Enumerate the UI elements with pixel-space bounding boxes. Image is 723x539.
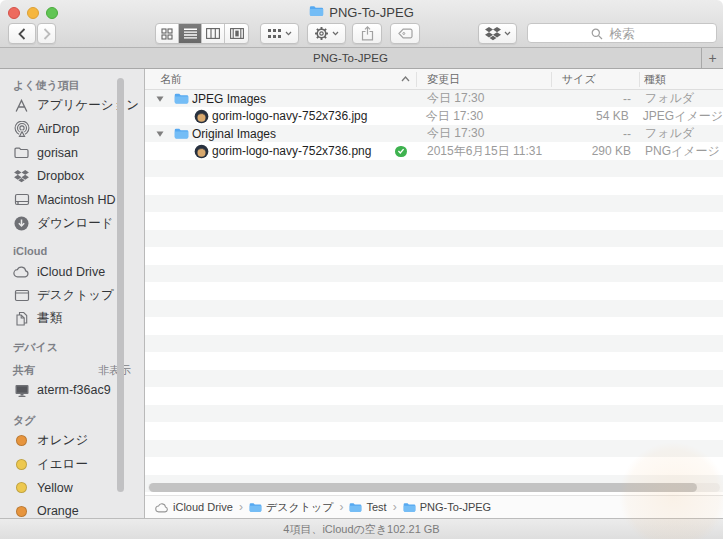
chevron-down-icon <box>285 31 292 36</box>
column-header-kind[interactable]: 種類 <box>644 69 666 90</box>
tag-color-dot <box>16 482 27 493</box>
navigation-buttons <box>8 23 56 44</box>
column-divider[interactable] <box>639 72 640 87</box>
file-kind: JPEGイメージ <box>637 108 723 125</box>
tag-color-dot <box>16 506 27 517</box>
forward-button[interactable] <box>37 23 56 44</box>
icloud-synced-check-icon <box>395 146 407 158</box>
search-field <box>527 23 717 43</box>
dropbox-icon <box>485 27 501 41</box>
disclosure-triangle-icon[interactable] <box>156 95 164 103</box>
tag-color-dot <box>16 459 27 470</box>
sidebar-scrollbar[interactable] <box>117 78 124 492</box>
airdrop-icon <box>13 121 30 138</box>
status-bar: 4項目、iCloudの空き102.21 GB <box>0 518 723 539</box>
plus-icon: + <box>708 50 716 66</box>
image-file-icon <box>194 109 209 124</box>
harddrive-icon <box>13 191 30 208</box>
column-header-name[interactable]: 名前 <box>160 69 182 90</box>
table-row[interactable]: JPEG Images 今日 17:30 -- フォルダ <box>145 90 723 108</box>
file-list: 名前 変更日 サイズ 種類 JPEG Images 今日 17:30 <box>145 69 723 518</box>
display-icon <box>13 382 30 399</box>
folder-icon <box>174 127 189 140</box>
column-view-icon <box>206 28 220 39</box>
horizontal-scrollbar-thumb[interactable] <box>149 483 697 492</box>
window-title: PNG-To-JPEG <box>329 5 414 20</box>
column-view-button[interactable] <box>202 24 225 43</box>
arrange-icon <box>267 28 282 39</box>
folder-icon <box>249 502 262 513</box>
status-text: 4項目、iCloudの空き102.21 GB <box>283 522 439 537</box>
list-view-icon <box>184 28 197 39</box>
file-size: -- <box>551 127 639 141</box>
chevron-left-icon <box>18 28 26 40</box>
file-name: gorim-logo-navy-752x736.jpg <box>212 109 367 123</box>
back-button[interactable] <box>8 23 36 44</box>
table-row[interactable]: gorim-logo-navy-752x736.jpg 今日 17:30 54 … <box>145 108 723 126</box>
gear-icon <box>314 26 329 41</box>
window-title-area: PNG-To-JPEG <box>0 4 723 20</box>
tab-png-to-jpeg[interactable]: PNG-To-JPEG <box>0 48 702 68</box>
column-header-row: 名前 変更日 サイズ 種類 <box>145 69 723 90</box>
file-modified: 2015年6月15日 11:31 <box>416 143 551 160</box>
file-modified: 今日 17:30 <box>416 90 551 107</box>
file-size: 54 KB <box>549 109 637 123</box>
file-size: -- <box>551 92 639 106</box>
dropbox-menu-button[interactable] <box>478 23 517 44</box>
share-icon <box>361 26 374 41</box>
arrange-menu-button[interactable] <box>260 23 299 44</box>
table-row[interactable]: gorim-logo-navy-752x736.png 2015年6月15日 1… <box>145 143 723 161</box>
desktop-icon <box>13 287 30 304</box>
file-modified: 今日 17:30 <box>416 125 551 142</box>
view-mode-control <box>155 23 249 44</box>
path-segment-desktop[interactable]: デスクトップ <box>249 500 334 515</box>
file-name: JPEG Images <box>192 92 266 106</box>
cloud-icon <box>13 263 30 280</box>
icon-view-button[interactable] <box>156 24 179 43</box>
tag-button[interactable] <box>390 23 420 44</box>
image-file-icon <box>194 144 209 159</box>
column-divider[interactable] <box>416 72 417 87</box>
table-row[interactable]: Original Images 今日 17:30 -- フォルダ <box>145 125 723 143</box>
path-separator: › <box>339 500 343 514</box>
column-header-size[interactable]: サイズ <box>562 69 596 90</box>
chevron-down-icon <box>504 31 511 36</box>
path-separator: › <box>239 500 243 514</box>
tag-icon <box>398 28 413 39</box>
file-rows: JPEG Images 今日 17:30 -- フォルダ gorim-logo-… <box>145 90 723 495</box>
search-input[interactable] <box>528 25 716 43</box>
documents-icon <box>13 310 30 327</box>
disclosure-triangle-icon[interactable] <box>156 130 164 138</box>
column-divider[interactable] <box>551 72 552 87</box>
file-name: gorim-logo-navy-752x736.png <box>212 144 371 158</box>
applications-icon <box>13 97 30 114</box>
horizontal-scrollbar[interactable] <box>148 483 720 492</box>
folder-icon <box>174 92 189 105</box>
path-segment-png-to-jpeg[interactable]: PNG-To-JPEG <box>403 501 492 513</box>
path-bar: iCloud Drive › デスクトップ › Test › PNG-To-JP… <box>145 495 723 518</box>
new-tab-button[interactable]: + <box>702 48 723 68</box>
path-segment-icloud-drive[interactable]: iCloud Drive <box>155 501 233 513</box>
sidebar-item-tag-orange[interactable]: Orange <box>0 500 144 519</box>
path-segment-test[interactable]: Test <box>349 501 386 513</box>
file-kind: PNGイメージ <box>639 143 723 160</box>
share-button[interactable] <box>352 23 382 44</box>
sort-ascending-icon <box>401 76 410 82</box>
file-modified: 今日 17:30 <box>415 108 549 125</box>
file-name: Original Images <box>192 127 276 141</box>
folder-icon <box>13 144 30 161</box>
tab-bar: PNG-To-JPEG + <box>0 48 723 69</box>
list-view-button[interactable] <box>179 24 202 43</box>
search-icon <box>591 28 603 40</box>
main-area: よく使う項目 アプリケーション AirDrop gorisan Dropbox … <box>0 69 723 518</box>
hide-shared-button[interactable]: 非表示 <box>98 362 131 379</box>
path-separator: › <box>393 500 397 514</box>
finder-window: PNG-To-JPEG <box>0 0 723 539</box>
file-size: 290 KB <box>551 144 639 158</box>
action-menu-button[interactable] <box>307 23 346 44</box>
coverflow-view-button[interactable] <box>225 24 248 43</box>
coverflow-view-icon <box>230 28 244 39</box>
proxy-folder-icon <box>309 5 324 20</box>
column-header-modified[interactable]: 変更日 <box>427 69 460 90</box>
folder-icon <box>349 502 362 513</box>
